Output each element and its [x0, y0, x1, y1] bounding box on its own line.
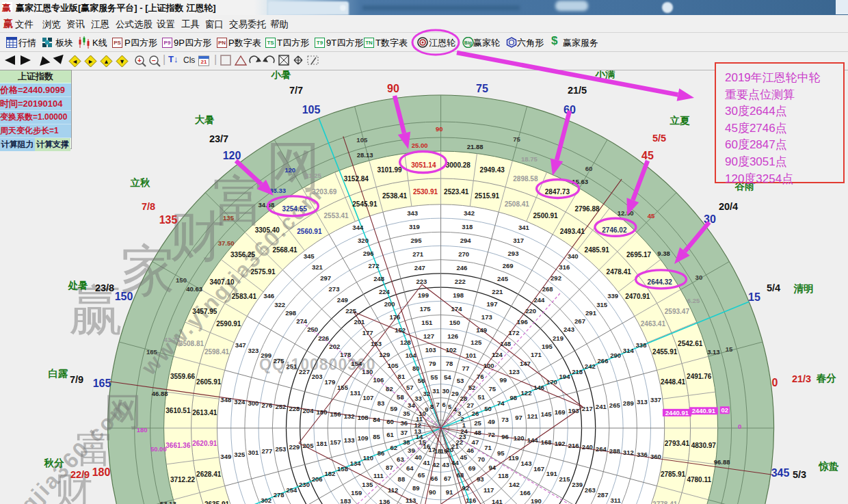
- svg-text:86: 86: [377, 449, 385, 457]
- svg-text:秋分: 秋分: [44, 457, 65, 468]
- svg-text:167: 167: [533, 465, 544, 473]
- svg-text:47: 47: [472, 438, 479, 446]
- svg-text:7/7: 7/7: [289, 85, 303, 96]
- svg-text:18.75: 18.75: [521, 155, 538, 163]
- svg-text:321: 321: [312, 263, 323, 271]
- svg-text:77: 77: [462, 364, 470, 372]
- svg-text:229: 229: [289, 443, 300, 451]
- svg-text:317: 317: [513, 237, 524, 244]
- svg-text:2455.91: 2455.91: [652, 348, 678, 356]
- svg-text:205: 205: [303, 442, 315, 449]
- svg-text:290: 290: [610, 352, 621, 359]
- svg-text:32: 32: [423, 390, 431, 397]
- svg-text:34.38: 34.38: [259, 201, 275, 209]
- svg-text:7: 7: [436, 401, 439, 408]
- svg-text:2583.41: 2583.41: [232, 293, 257, 300]
- svg-text:+: +: [137, 57, 142, 64]
- svg-text:169: 169: [555, 408, 566, 416]
- svg-text:182: 182: [324, 470, 335, 477]
- svg-text:7/9: 7/9: [70, 374, 83, 385]
- svg-text:2778.41: 2778.41: [652, 501, 678, 504]
- svg-text:316: 316: [559, 263, 570, 271]
- svg-text:33.33: 33.33: [269, 187, 286, 194]
- svg-text:112: 112: [388, 486, 398, 494]
- svg-text:96: 96: [501, 433, 509, 440]
- svg-text:65: 65: [418, 471, 425, 479]
- svg-text:2491.76: 2491.76: [687, 373, 712, 380]
- svg-text:60: 60: [386, 418, 394, 425]
- svg-text:102: 102: [446, 346, 457, 354]
- svg-text:2644.32: 2644.32: [648, 278, 673, 286]
- svg-text:66: 66: [431, 475, 438, 482]
- svg-text:清明: 清明: [793, 283, 814, 294]
- svg-text:33: 33: [414, 395, 422, 402]
- svg-text:3661.36: 3661.36: [165, 442, 191, 449]
- svg-text:150: 150: [449, 319, 460, 326]
- svg-text:25: 25: [474, 419, 481, 427]
- svg-text:135: 135: [362, 481, 373, 488]
- svg-text:79: 79: [429, 360, 436, 367]
- svg-text:2613.41: 2613.41: [192, 409, 217, 416]
- svg-text:2523.41: 2523.41: [444, 188, 469, 196]
- svg-text:30: 30: [704, 213, 716, 225]
- svg-text:83: 83: [377, 399, 385, 407]
- svg-text:242: 242: [585, 362, 596, 370]
- svg-text:40.63: 40.63: [186, 285, 202, 293]
- svg-text:252: 252: [275, 403, 286, 410]
- svg-text:90: 90: [436, 125, 443, 133]
- svg-text:173: 173: [481, 313, 492, 321]
- svg-text:135: 135: [159, 214, 178, 226]
- svg-text:3152.84: 3152.84: [344, 175, 369, 183]
- svg-text:6.25: 6.25: [687, 297, 700, 304]
- svg-text:141: 141: [492, 498, 503, 504]
- svg-text:99: 99: [500, 376, 507, 384]
- svg-text:28: 28: [460, 395, 467, 402]
- svg-text:192: 192: [555, 440, 566, 447]
- svg-text:30: 30: [695, 274, 703, 281]
- svg-text:275: 275: [274, 357, 285, 364]
- svg-text:56: 56: [418, 377, 425, 384]
- svg-text:263: 263: [585, 486, 596, 494]
- svg-text:白露: 白露: [49, 368, 69, 379]
- svg-text:31.25: 31.25: [305, 172, 321, 179]
- svg-text:43: 43: [442, 461, 449, 468]
- svg-text:2949.43: 2949.43: [480, 166, 505, 174]
- svg-text:120: 120: [514, 434, 525, 442]
- svg-text:295: 295: [411, 237, 423, 244]
- svg-text:108: 108: [358, 414, 369, 421]
- svg-text:183: 183: [340, 497, 351, 504]
- svg-text:116: 116: [466, 496, 476, 504]
- svg-text:2493.41: 2493.41: [560, 228, 585, 235]
- svg-text:120: 120: [284, 166, 295, 174]
- svg-text:74: 74: [497, 399, 505, 407]
- svg-text:340: 340: [568, 252, 579, 260]
- svg-text:220: 220: [525, 307, 536, 315]
- svg-text:谷雨: 谷雨: [734, 181, 755, 191]
- svg-text:133: 133: [344, 436, 355, 444]
- svg-text:154: 154: [351, 360, 362, 367]
- svg-text:129: 129: [379, 351, 390, 358]
- svg-text:46.88: 46.88: [152, 390, 168, 397]
- svg-text:2785.91: 2785.91: [661, 470, 686, 478]
- svg-text:254: 254: [286, 486, 297, 494]
- svg-text:135: 135: [223, 214, 235, 222]
- svg-text:313: 313: [637, 398, 648, 406]
- svg-text:惊蛰: 惊蛰: [819, 461, 840, 472]
- svg-text:123: 123: [509, 368, 520, 375]
- svg-text:294: 294: [460, 237, 472, 244]
- svg-text:204: 204: [303, 407, 315, 414]
- svg-text:3.13: 3.13: [707, 348, 720, 356]
- svg-text:206: 206: [312, 475, 323, 483]
- svg-text:立夏: 立夏: [670, 115, 691, 126]
- svg-text:87: 87: [386, 464, 393, 471]
- svg-text:9.38: 9.38: [657, 250, 670, 257]
- svg-text:221: 221: [492, 288, 503, 295]
- svg-text:219: 219: [553, 334, 564, 342]
- svg-text:8: 8: [430, 403, 434, 410]
- svg-text:239: 239: [572, 481, 583, 488]
- svg-text:94: 94: [489, 464, 496, 471]
- svg-text:3559.66: 3559.66: [170, 373, 196, 380]
- svg-text:191: 191: [546, 470, 558, 477]
- svg-text:2793.41: 2793.41: [665, 440, 690, 447]
- svg-text:75: 75: [513, 135, 520, 143]
